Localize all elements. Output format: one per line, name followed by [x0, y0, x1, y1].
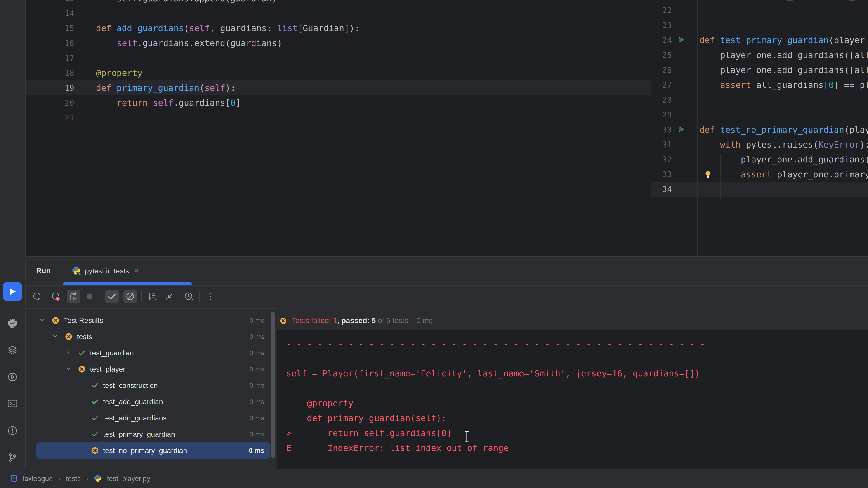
line-number: 26 [651, 63, 672, 77]
pytest-traceback: - - - - - - - - - - - - - - - - - - - - … [286, 336, 705, 455]
code-line-18: @property [75, 66, 143, 80]
show-passed-button[interactable] [105, 290, 119, 303]
test-tree-row-tests[interactable]: tests0 ms [26, 328, 275, 345]
test-tree-row-test_no_primary_guardian[interactable]: test_no_primary_guardian0 ms [26, 442, 275, 459]
code-token: add_guardians [117, 23, 184, 33]
code-token: (player_one, all_guardians): [829, 35, 868, 45]
project-icon[interactable] [10, 474, 18, 483]
test-console[interactable]: Tests failed: 1, passed: 5 of 6 tests – … [277, 286, 868, 469]
editor-pane-test-player[interactable]: 21 assert player_one.primary_guardian ==… [651, 0, 868, 256]
active-tab-underline [63, 283, 192, 285]
show-ignored-button[interactable] [123, 290, 137, 303]
rerun-tests-button[interactable] [30, 290, 43, 303]
test-duration: 0 ms [250, 345, 264, 361]
code-token [112, 23, 117, 33]
pytest-icon [72, 266, 81, 276]
code-line-15: def add_guardians(self, guardians: list[… [75, 21, 360, 36]
line-number: 30 [651, 122, 672, 137]
code-token: with [720, 140, 741, 150]
rerun-failed-tests-button[interactable] [49, 290, 62, 303]
test-failed-icon [64, 332, 74, 341]
stripe-button-python-packages[interactable] [3, 314, 22, 333]
chevron-right-icon[interactable] [64, 348, 73, 357]
problems-icon [7, 425, 18, 436]
toggle-auto-test-button[interactable] [67, 290, 80, 303]
line-number: 27 [651, 77, 672, 92]
stripe-button-services[interactable] [3, 340, 22, 359]
stripe-button-run[interactable] [3, 282, 22, 301]
intention-bulb-icon[interactable] [703, 170, 713, 179]
console-line: self = Player(first_name='Felicity', las… [286, 366, 705, 381]
test-summary-row: Tests failed: 1, passed: 5 of 6 tests – … [277, 286, 868, 330]
code-token: ( [199, 83, 205, 93]
chevron-down-icon[interactable] [37, 315, 46, 324]
stripe-button-problems[interactable] [3, 421, 22, 440]
test-tree-row-test_guardian[interactable]: test_guardian0 ms [26, 345, 275, 361]
stripe-button-terminal[interactable] [3, 394, 22, 413]
code-token [75, 0, 117, 3]
stop-button[interactable] [83, 290, 96, 303]
code-token: player_one.primary_guardian [772, 169, 868, 180]
test-name: test_guardian [90, 345, 134, 361]
line-number: 13 [47, 0, 74, 6]
tests-passed-count: passed: 5 [341, 316, 376, 325]
run-tool-window: Run pytest in tests Test Results0 mstest… [26, 256, 868, 469]
code-token: all_guardians[ [751, 80, 829, 90]
tab-pytest-in-tests[interactable]: pytest in tests [72, 257, 140, 285]
test-results-tree[interactable]: Test Results0 mstests0 mstest_guardian0 … [26, 312, 277, 459]
more-options-button[interactable] [204, 290, 217, 303]
code-token: KeyError [818, 140, 860, 150]
test-name: tests [77, 328, 92, 345]
breadcrumb-folder[interactable]: tests [66, 475, 81, 483]
code-line-32: player_one.add_guardians([]) [700, 152, 868, 167]
breadcrumb-project[interactable]: laxleague [23, 475, 53, 483]
line-number: 17 [47, 51, 74, 66]
code-line-16: self.guardians.extend(guardians) [75, 36, 282, 51]
text-cursor-pointer [464, 431, 470, 443]
chevron-right-icon: › [86, 475, 89, 483]
run-test-gutter-button[interactable] [676, 35, 686, 45]
chevron-down-icon[interactable] [64, 364, 73, 373]
code-token: ): [225, 83, 236, 93]
run-test-gutter-icon[interactable] [676, 125, 685, 134]
editor-pane-player[interactable]: 13 self.guardians.append(guardian)1415 d… [26, 0, 651, 256]
more-icon [205, 291, 216, 302]
code-token: self [205, 83, 225, 93]
close-icon[interactable] [133, 267, 140, 275]
stripe-button-version-control[interactable] [3, 448, 22, 467]
collapse-all-button[interactable] [162, 290, 176, 303]
check-icon [106, 291, 117, 302]
test-duration: 0 ms [250, 426, 264, 442]
stripe-button-python-console[interactable] [3, 367, 22, 387]
test-history-button[interactable] [182, 290, 195, 303]
line-number: 18 [47, 66, 74, 80]
console-output[interactable]: - - - - - - - - - - - - - - - - - - - - … [277, 330, 868, 469]
breadcrumb-file[interactable]: test_player.py [107, 475, 150, 483]
tests-failed-count: Tests failed: 1 [291, 316, 337, 325]
test-tree-row-test_add_guardian[interactable]: test_add_guardian0 ms [26, 394, 275, 410]
run-tool-window-title: Run [36, 257, 51, 285]
chevron-down-icon[interactable] [51, 332, 60, 341]
pytest-overlay-icon [77, 271, 82, 276]
code-token: primary_guardian [117, 83, 199, 93]
test-tree-row-test_player[interactable]: test_player0 ms [26, 361, 275, 377]
toolbar-separator [141, 291, 142, 302]
run-test-gutter-button[interactable] [676, 125, 686, 135]
test-name: Test Results [64, 312, 103, 328]
test-passed-icon [90, 413, 100, 423]
run-icon [7, 287, 18, 297]
test-tree-row-test_primary_guardian[interactable]: test_primary_guardian0 ms [26, 426, 275, 442]
close-icon[interactable] [133, 267, 140, 274]
line-number: 14 [47, 6, 74, 21]
editor-area[interactable]: 13 self.guardians.append(guardian)1415 d… [26, 0, 868, 256]
intention-bulb[interactable] [703, 170, 713, 180]
tree-scrollbar[interactable] [271, 312, 275, 458]
ignored-icon [125, 291, 135, 302]
test-duration: 0 ms [250, 312, 264, 328]
test-tree-row-Test Results[interactable]: Test Results0 ms [26, 312, 275, 328]
test-tree-row-test_construction[interactable]: test_construction0 ms [26, 377, 275, 394]
run-test-gutter-icon[interactable] [676, 35, 685, 44]
python-console-icon [7, 372, 18, 383]
test-tree-row-test_add_guardians[interactable]: test_add_guardians0 ms [26, 410, 275, 426]
sort-tests-button[interactable] [145, 290, 158, 303]
